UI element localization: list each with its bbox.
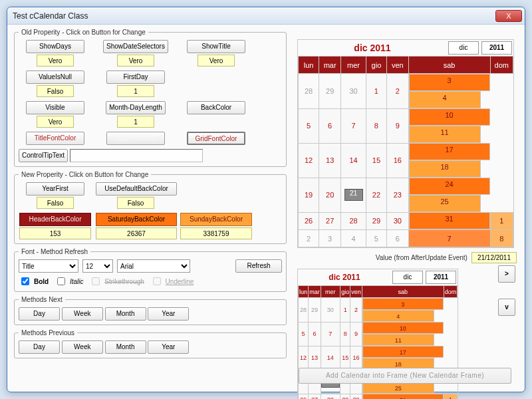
calendar-day-cell[interactable]: 8	[366, 108, 386, 143]
calendar-day-cell[interactable]: 28	[299, 298, 309, 323]
italic-checkbox[interactable]: Italic	[55, 275, 84, 287]
next-week-button[interactable]: Week	[62, 307, 103, 321]
calendar-day-cell[interactable]: 6	[309, 322, 321, 346]
underline-checkbox[interactable]: Underline	[150, 275, 194, 287]
calendar-day-cell[interactable]: 5	[366, 230, 386, 247]
nav-down-button[interactable]: v	[498, 299, 515, 316]
calendar-day-cell[interactable]: 7	[321, 322, 340, 346]
calendar-day-cell[interactable]: 6	[386, 230, 408, 247]
usedefaultbackcolor-button[interactable]: UseDefaultBackColor	[96, 182, 177, 196]
calendar-small-month-select[interactable]: dic	[392, 271, 423, 284]
calendar-day-cell[interactable]: 29	[319, 74, 341, 109]
calendar-day-cell[interactable]: 30	[321, 298, 340, 323]
calendar-day-cell[interactable]: 12	[299, 346, 309, 370]
controltiptext-input[interactable]	[70, 149, 203, 162]
calendar-day-cell[interactable]: 25	[409, 195, 481, 212]
calendar-day-cell[interactable]: 29	[366, 212, 386, 230]
saturdaybackcolor-button[interactable]: SaturdayBackColor	[96, 213, 177, 226]
calendar-day-cell[interactable]: 15	[340, 346, 350, 370]
gridfontcolor-button[interactable]: GridFontColor	[187, 132, 245, 145]
calendar-day-cell[interactable]: 21	[341, 178, 366, 212]
backcolor-button[interactable]: BackColor	[187, 101, 245, 114]
next-month-button[interactable]: Month	[105, 307, 146, 321]
calendar-day-cell[interactable]: 1	[340, 298, 350, 323]
headerbackcolor-button[interactable]: HeaderBackColor	[19, 213, 91, 226]
calendar-day-cell[interactable]: 18	[409, 160, 481, 178]
nav-next-button[interactable]: >	[498, 265, 515, 283]
calendar-day-cell[interactable]: 28	[321, 394, 340, 399]
showdateselectors-button[interactable]: ShowDateSelectors	[103, 40, 168, 53]
firstday-button[interactable]: FirstDay	[106, 70, 165, 84]
yearfirst-button[interactable]: YearFirst	[26, 182, 84, 196]
calendar-day-cell[interactable]: 30	[341, 74, 366, 109]
calendar-day-cell[interactable]: 1	[366, 74, 386, 109]
calendar-day-cell[interactable]: 31	[409, 212, 490, 229]
sundaybackcolor-button[interactable]: SundayBackColor	[180, 213, 252, 226]
prev-day-button[interactable]: Day	[19, 340, 60, 354]
calendar-day-cell[interactable]: 30	[350, 394, 362, 399]
calendar-day-cell[interactable]: 3	[319, 230, 341, 247]
close-button[interactable]: X	[495, 10, 522, 22]
calendar-day-cell[interactable]: 7	[341, 108, 366, 143]
calendar-day-cell[interactable]: 8	[340, 322, 350, 346]
calendar-day-cell[interactable]: 19	[299, 178, 319, 212]
showdays-button[interactable]: ShowDays	[26, 40, 84, 53]
calendar-day-cell[interactable]: 16	[350, 346, 362, 370]
calendar-day-cell[interactable]: 9	[350, 322, 362, 346]
calendar-day-cell[interactable]: 14	[341, 143, 366, 178]
calendar-day-cell[interactable]: 31	[362, 394, 444, 399]
calendar-day-cell[interactable]: 11	[362, 334, 434, 346]
calendar-day-cell[interactable]: 10	[409, 108, 490, 126]
calendar-day-cell[interactable]: 1	[490, 212, 513, 230]
calendar-day-cell[interactable]: 2	[386, 74, 408, 109]
titlebar[interactable]: Test cCalendar Class X	[7, 7, 525, 25]
next-day-button[interactable]: Day	[19, 307, 60, 321]
calendar-day-cell[interactable]: 29	[309, 298, 321, 323]
calendar-day-cell[interactable]: 24	[409, 178, 490, 195]
calendar-day-cell[interactable]: 28	[341, 212, 366, 230]
bold-checkbox[interactable]: Bold	[19, 275, 49, 287]
titlefontcolor-button[interactable]: TitleFontColor	[26, 132, 84, 145]
calendar-day-cell[interactable]: 23	[386, 178, 408, 212]
next-year-button[interactable]: Year	[148, 307, 189, 321]
controltiptext-button[interactable]: ControlTipText	[19, 149, 68, 162]
refresh-button[interactable]: Refresh	[235, 259, 282, 273]
calendar-day-cell[interactable]: 26	[299, 212, 319, 230]
calendar-day-cell[interactable]: 4	[341, 230, 366, 247]
calendar-day-cell[interactable]: 30	[386, 212, 408, 230]
calendar-day-cell[interactable]: 20	[319, 178, 341, 212]
calendar-day-cell[interactable]: 15	[366, 143, 386, 178]
calendar-day-cell[interactable]: 3	[362, 298, 444, 310]
prev-month-button[interactable]: Month	[105, 340, 146, 354]
add-calendar-frame-button[interactable]: Add Calendar into Frame (New Calendar Fr…	[299, 368, 511, 384]
calendar-day-cell[interactable]: 29	[340, 394, 350, 399]
calendar-day-cell[interactable]: 5	[299, 108, 319, 143]
calendar-day-cell[interactable]: 17	[362, 346, 444, 358]
calendar-day-cell[interactable]: 10	[362, 322, 444, 334]
calendar-day-cell[interactable]: 3	[409, 74, 490, 91]
calendar-day-cell[interactable]: 22	[366, 178, 386, 212]
calendar-day-cell[interactable]: 11	[409, 126, 481, 143]
font-face-select[interactable]: Arial	[117, 259, 190, 273]
calendar-day-cell[interactable]: 27	[319, 212, 341, 230]
prev-week-button[interactable]: Week	[62, 340, 103, 354]
calendar-small-year-select[interactable]: 2011	[426, 271, 456, 284]
calendar-day-cell[interactable]: 17	[409, 143, 490, 160]
calendar-large-grid[interactable]: lunmarmergiovensabdom2829301234567891011…	[298, 56, 513, 247]
calendar-day-cell[interactable]: 9	[386, 108, 408, 143]
calendar-large-year-select[interactable]: 2011	[481, 41, 512, 55]
calendar-day-cell[interactable]: 2	[299, 230, 319, 247]
valueisnull-button[interactable]: ValueIsNull	[26, 70, 84, 84]
calendar-day-cell[interactable]: 4	[409, 91, 481, 108]
calendar-day-cell[interactable]: 1	[444, 394, 457, 399]
calendar-day-cell[interactable]: 7	[408, 230, 490, 247]
calendar-day-cell[interactable]: 27	[309, 394, 321, 399]
calendar-day-cell[interactable]: 12	[299, 143, 319, 178]
calendar-day-cell[interactable]: 5	[299, 322, 309, 346]
visible-button[interactable]: Visible	[26, 101, 84, 114]
calendar-day-cell[interactable]: 2	[350, 298, 362, 323]
calendar-day-cell[interactable]: 13	[319, 143, 341, 178]
calendar-day-cell[interactable]: 16	[386, 143, 408, 178]
prev-year-button[interactable]: Year	[148, 340, 189, 354]
monthdaylength-button[interactable]: Month-DayLength	[106, 101, 166, 114]
